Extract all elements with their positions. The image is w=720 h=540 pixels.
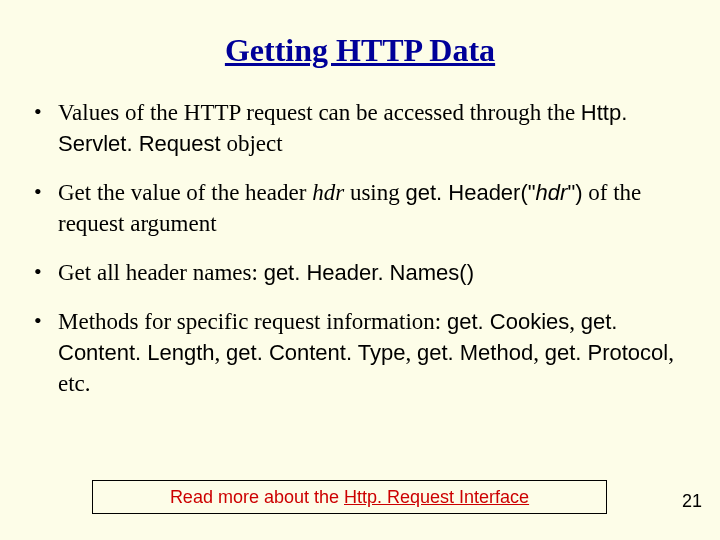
code-text: get. Header(" — [405, 180, 535, 205]
footer-link-box[interactable]: Read more about the Http. Request Interf… — [92, 480, 607, 514]
slide-title: Getting HTTP Data — [0, 0, 720, 97]
slide-body: Values of the HTTP request can be access… — [0, 97, 720, 399]
text-run: Methods for specific request information… — [58, 309, 447, 334]
code-text: get. Protocol — [545, 340, 669, 365]
bullet-list: Values of the HTTP request can be access… — [30, 97, 690, 399]
code-text: get. Cookies — [447, 309, 569, 334]
text-run: Values of the HTTP request can be access… — [58, 100, 581, 125]
bullet-item: Get all header names: get. Header. Names… — [30, 257, 690, 288]
code-text: get. Content. Type — [226, 340, 405, 365]
code-text: ") — [567, 180, 582, 205]
code-text: get. Method — [417, 340, 533, 365]
footer-link-text: Http. Request Interface — [344, 487, 529, 507]
text-run: Get all header names: — [58, 260, 264, 285]
text-run: object — [221, 131, 283, 156]
bullet-item: Get the value of the header hdr using ge… — [30, 177, 690, 239]
code-italic-text: hdr — [536, 180, 568, 205]
text-run: , — [533, 340, 545, 365]
text-run: , — [569, 309, 581, 334]
bullet-item: Values of the HTTP request can be access… — [30, 97, 690, 159]
code-text: get. Header. Names() — [264, 260, 474, 285]
footer-prefix: Read more about the — [170, 487, 344, 507]
text-run: , — [405, 340, 417, 365]
text-run: Get the value of the header — [58, 180, 312, 205]
page-number: 21 — [682, 491, 702, 512]
text-run: using — [344, 180, 405, 205]
bullet-item: Methods for specific request information… — [30, 306, 690, 399]
text-run: , — [215, 340, 227, 365]
italic-text: hdr — [312, 180, 344, 205]
